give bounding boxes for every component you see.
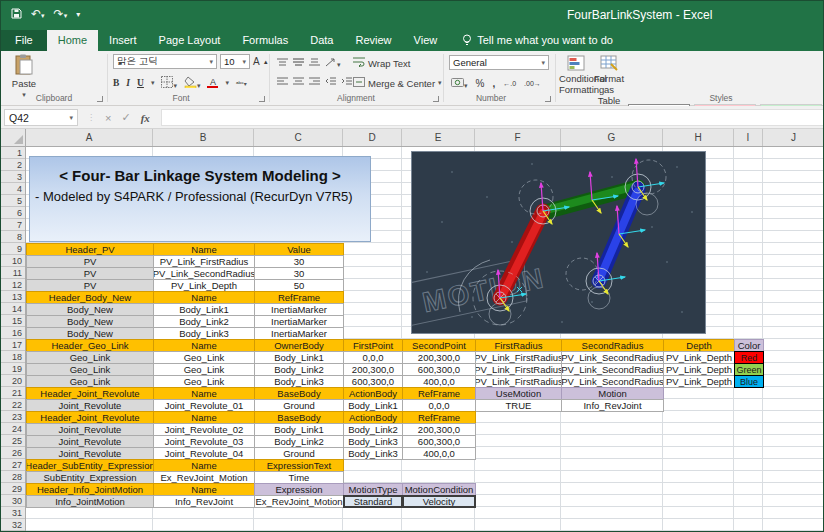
alignment-dialog-launcher[interactable] bbox=[433, 96, 439, 102]
borders-icon[interactable]: ▾ bbox=[161, 76, 177, 90]
increase-indent-icon[interactable] bbox=[341, 77, 352, 88]
align-center-icon[interactable] bbox=[293, 77, 304, 88]
redo-icon[interactable]: ↷▾ bbox=[54, 6, 68, 24]
tab-review[interactable]: Review bbox=[344, 30, 402, 51]
column-header-F[interactable]: F bbox=[475, 129, 561, 146]
row-header-11[interactable]: 11 bbox=[1, 267, 25, 279]
wrap-text-button[interactable]: Wrap Text bbox=[353, 57, 410, 69]
cell-E26[interactable]: 400,0,0 bbox=[402, 447, 476, 460]
tab-page-layout[interactable]: Page Layout bbox=[148, 30, 232, 51]
row-header-6[interactable]: 6 bbox=[1, 207, 25, 219]
row-header-29[interactable]: 29 bbox=[1, 483, 25, 495]
row-header-2[interactable]: 2 bbox=[1, 159, 25, 171]
grow-font-icon[interactable]: A▲ bbox=[253, 56, 269, 67]
cell-I20[interactable]: Blue bbox=[734, 375, 764, 388]
number-format-combo[interactable]: General▾ bbox=[449, 55, 549, 70]
font-name-combo[interactable]: 맑은 고딕▾ bbox=[113, 54, 217, 69]
bold-button[interactable]: B bbox=[113, 78, 119, 88]
phonetic-guide-icon[interactable]: ᵃᵇᶜ▾ bbox=[236, 80, 247, 87]
row-header-31[interactable]: 31 bbox=[1, 507, 25, 519]
align-right-icon[interactable] bbox=[309, 77, 320, 88]
column-header-G[interactable]: G bbox=[561, 129, 663, 146]
model-image[interactable]: MOTION bbox=[411, 151, 706, 334]
row-header-16[interactable]: 16 bbox=[1, 327, 25, 339]
format-as-table-button[interactable]: Format as Table bbox=[593, 55, 625, 106]
name-box[interactable]: Q42▾ bbox=[4, 109, 78, 126]
row-header-9[interactable]: 9 bbox=[1, 243, 25, 255]
row-header-15[interactable]: 15 bbox=[1, 315, 25, 327]
row-header-17[interactable]: 17 bbox=[1, 339, 25, 351]
accounting-format-icon[interactable]: ▾ bbox=[451, 77, 468, 90]
orientation-icon[interactable]: ▾ bbox=[325, 57, 341, 69]
font-size-combo[interactable]: 10▾ bbox=[220, 54, 250, 69]
tab-data[interactable]: Data bbox=[299, 30, 344, 51]
customize-qat-icon[interactable]: ▾ bbox=[76, 7, 80, 23]
worksheet-title-shape[interactable]: < Four- Bar Linkage System Modeling > - … bbox=[29, 156, 371, 242]
insert-function-icon[interactable]: fx bbox=[141, 112, 150, 124]
row-header-1[interactable]: 1 bbox=[1, 147, 25, 159]
column-header-I[interactable]: I bbox=[734, 129, 763, 146]
cell-B30[interactable]: Info_RevJoint bbox=[153, 495, 255, 508]
column-header-J[interactable]: J bbox=[763, 129, 824, 146]
decrease-indent-icon[interactable] bbox=[325, 77, 336, 88]
row-header-32[interactable]: 32 bbox=[1, 519, 25, 531]
underline-button[interactable]: U bbox=[137, 78, 144, 88]
cell-D26[interactable]: Body_Link3 bbox=[343, 447, 403, 460]
merge-center-button[interactable]: Merge & Center▾ bbox=[353, 77, 442, 89]
cell-D30[interactable]: Standard bbox=[343, 495, 403, 508]
cell-F22[interactable]: TRUE bbox=[475, 399, 562, 412]
row-header-8[interactable]: 8 bbox=[1, 231, 25, 243]
align-top-icon[interactable] bbox=[277, 58, 288, 69]
cell-A30[interactable]: Info_JointMotion bbox=[26, 495, 154, 508]
italic-button[interactable]: I bbox=[126, 78, 130, 88]
tab-insert[interactable]: Insert bbox=[98, 30, 148, 51]
row-header-28[interactable]: 28 bbox=[1, 471, 25, 483]
row-header-27[interactable]: 27 bbox=[1, 459, 25, 471]
select-all-corner[interactable] bbox=[1, 129, 26, 146]
align-left-icon[interactable] bbox=[277, 77, 288, 88]
row-header-22[interactable]: 22 bbox=[1, 399, 25, 411]
column-header-B[interactable]: B bbox=[153, 129, 254, 146]
tab-formulas[interactable]: Formulas bbox=[231, 30, 299, 51]
enter-icon[interactable]: ✓ bbox=[121, 111, 130, 124]
cancel-icon[interactable]: × bbox=[105, 112, 111, 124]
tab-file[interactable]: File bbox=[1, 30, 47, 51]
row-header-10[interactable]: 10 bbox=[1, 255, 25, 267]
tab-home[interactable]: Home bbox=[47, 30, 98, 51]
percent-style-icon[interactable]: % bbox=[476, 78, 485, 89]
tell-me-box[interactable]: Tell me what you want to do bbox=[448, 30, 623, 51]
row-header-4[interactable]: 4 bbox=[1, 183, 25, 195]
font-color-icon[interactable]: A bbox=[207, 78, 218, 89]
row-header-20[interactable]: 20 bbox=[1, 375, 25, 387]
formula-input[interactable] bbox=[161, 109, 824, 126]
cell-G22[interactable]: Info_RevJoint bbox=[561, 399, 664, 412]
number-dialog-launcher[interactable] bbox=[545, 96, 551, 102]
row-header-24[interactable]: 24 bbox=[1, 423, 25, 435]
font-dialog-launcher[interactable] bbox=[259, 96, 265, 102]
cell-H20[interactable]: PV_Link_Depth bbox=[663, 375, 735, 388]
undo-icon[interactable]: ↶▾ bbox=[31, 6, 45, 24]
save-icon[interactable] bbox=[11, 7, 22, 23]
column-header-C[interactable]: C bbox=[254, 129, 343, 146]
row-header-3[interactable]: 3 bbox=[1, 171, 25, 183]
align-middle-icon[interactable] bbox=[293, 58, 304, 69]
column-header-H[interactable]: H bbox=[663, 129, 734, 146]
row-header-25[interactable]: 25 bbox=[1, 435, 25, 447]
tab-view[interactable]: View bbox=[403, 30, 449, 51]
column-header-E[interactable]: E bbox=[402, 129, 475, 146]
row-header-30[interactable]: 30 bbox=[1, 495, 25, 507]
row-header-26[interactable]: 26 bbox=[1, 447, 25, 459]
row-header-21[interactable]: 21 bbox=[1, 387, 25, 399]
clipboard-dialog-launcher[interactable] bbox=[97, 96, 103, 102]
cell-C30[interactable]: Ex_RevJoint_Motion bbox=[254, 495, 344, 508]
row-header-13[interactable]: 13 bbox=[1, 291, 25, 303]
fill-color-icon[interactable]: ▾ bbox=[184, 76, 201, 90]
column-header-A[interactable]: A bbox=[26, 129, 153, 146]
conditional-formatting-button[interactable]: Conditional Formatting bbox=[559, 55, 593, 95]
comma-style-icon[interactable]: , bbox=[492, 78, 495, 89]
row-header-19[interactable]: 19 bbox=[1, 363, 25, 375]
row-header-18[interactable]: 18 bbox=[1, 351, 25, 363]
column-header-D[interactable]: D bbox=[343, 129, 402, 146]
row-header-5[interactable]: 5 bbox=[1, 195, 25, 207]
row-header-14[interactable]: 14 bbox=[1, 303, 25, 315]
